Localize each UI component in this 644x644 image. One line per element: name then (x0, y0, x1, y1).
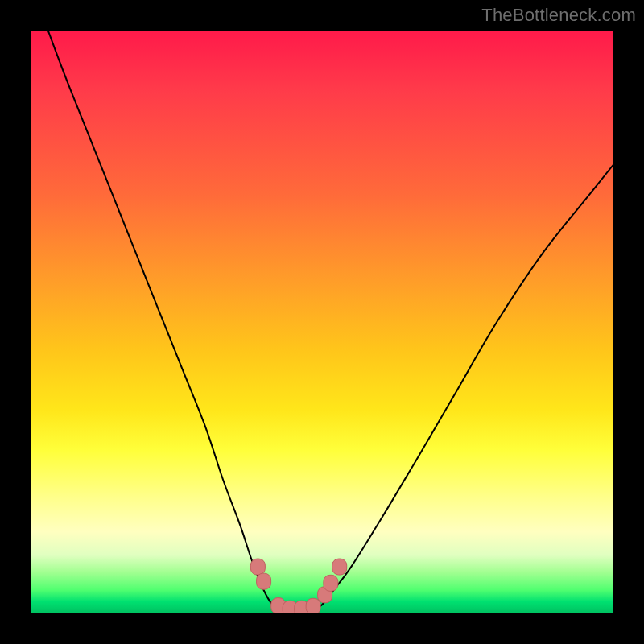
marker-left-marker-lower (257, 573, 271, 589)
chart-svg (31, 31, 613, 613)
curve-left-curve (48, 31, 282, 610)
marker-right-marker-mid (324, 575, 338, 591)
marker-right-marker-upper (332, 559, 347, 575)
watermark-text: TheBottleneck.com (481, 5, 636, 26)
curve-right-curve (311, 165, 613, 611)
marker-left-marker-upper (250, 559, 265, 575)
plot-area (31, 31, 613, 613)
chart-frame: TheBottleneck.com (0, 0, 644, 644)
marker-floor-marker-4 (306, 598, 320, 613)
